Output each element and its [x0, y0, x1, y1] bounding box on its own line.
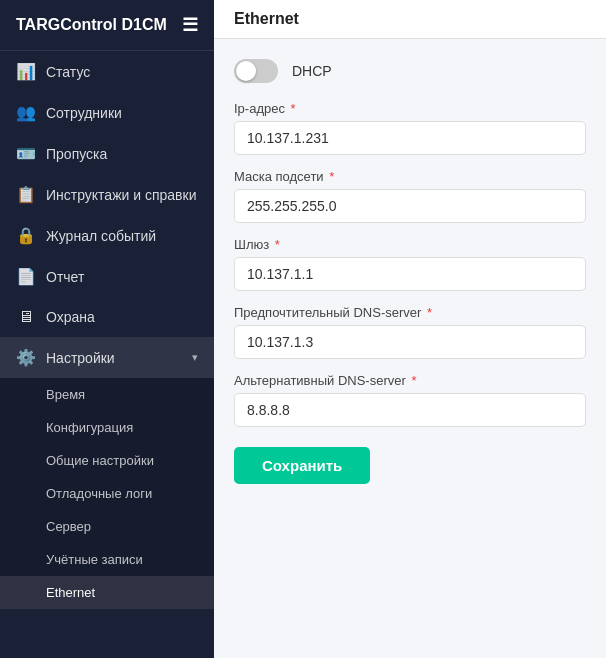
- sub-item-server[interactable]: Сервер: [0, 510, 214, 543]
- sidebar-item-status[interactable]: 📊 Статус: [0, 51, 214, 92]
- gateway-label: Шлюз *: [234, 237, 586, 252]
- save-button[interactable]: Сохранить: [234, 447, 370, 484]
- sidebar-label-instructions: Инструктажи и справки: [46, 187, 196, 203]
- sidebar-item-instructions[interactable]: 📋 Инструктажи и справки: [0, 174, 214, 215]
- events-icon: 🔒: [16, 226, 36, 245]
- mask-field-group: Маска подсети *: [234, 169, 586, 223]
- sub-item-config[interactable]: Конфигурация: [0, 411, 214, 444]
- sidebar: TARGControl D1CM ☰ 📊 Статус 👥 Сотрудники…: [0, 0, 214, 658]
- sidebar-item-security[interactable]: 🖥 Охрана: [0, 297, 214, 337]
- sidebar-label-report: Отчет: [46, 269, 84, 285]
- sidebar-item-report[interactable]: 📄 Отчет: [0, 256, 214, 297]
- dhcp-toggle[interactable]: [234, 59, 278, 83]
- sidebar-header: TARGControl D1CM ☰: [0, 0, 214, 51]
- sidebar-label-status: Статус: [46, 64, 90, 80]
- gateway-input[interactable]: [234, 257, 586, 291]
- employees-icon: 👥: [16, 103, 36, 122]
- passes-icon: 🪪: [16, 144, 36, 163]
- instructions-icon: 📋: [16, 185, 36, 204]
- ip-input[interactable]: [234, 121, 586, 155]
- sub-item-general[interactable]: Общие настройки: [0, 444, 214, 477]
- sidebar-item-passes[interactable]: 🪪 Пропуска: [0, 133, 214, 174]
- sub-item-debug[interactable]: Отладочные логи: [0, 477, 214, 510]
- dhcp-label: DHCP: [292, 63, 332, 79]
- gateway-field-group: Шлюз *: [234, 237, 586, 291]
- settings-icon: ⚙️: [16, 348, 36, 367]
- report-icon: 📄: [16, 267, 36, 286]
- ip-field-group: Ip-адрес *: [234, 101, 586, 155]
- chevron-down-icon: ▾: [192, 351, 198, 364]
- form-area: DHCP Ip-адрес * Маска подсети * Шлюз *: [214, 39, 606, 658]
- sidebar-nav: 📊 Статус 👥 Сотрудники 🪪 Пропуска 📋 Инстр…: [0, 51, 214, 658]
- sidebar-label-settings: Настройки: [46, 350, 115, 366]
- dhcp-row: DHCP: [234, 59, 586, 83]
- app-title: TARGControl D1CM: [16, 16, 167, 34]
- sidebar-label-events: Журнал событий: [46, 228, 156, 244]
- sub-item-accounts[interactable]: Учётные записи: [0, 543, 214, 576]
- dns1-input[interactable]: [234, 325, 586, 359]
- toggle-knob: [236, 61, 256, 81]
- sidebar-item-employees[interactable]: 👥 Сотрудники: [0, 92, 214, 133]
- mask-input[interactable]: [234, 189, 586, 223]
- dns2-field-group: Альтернативный DNS-server *: [234, 373, 586, 427]
- sidebar-label-passes: Пропуска: [46, 146, 107, 162]
- page-title: Ethernet: [214, 0, 606, 39]
- security-icon: 🖥: [16, 308, 36, 326]
- sidebar-item-settings[interactable]: ⚙️ Настройки ▾: [0, 337, 214, 378]
- settings-sub-menu: Время Конфигурация Общие настройки Отлад…: [0, 378, 214, 609]
- mask-label: Маска подсети *: [234, 169, 586, 184]
- ip-label: Ip-адрес *: [234, 101, 586, 116]
- dns2-label: Альтернативный DNS-server *: [234, 373, 586, 388]
- status-icon: 📊: [16, 62, 36, 81]
- sidebar-label-security: Охрана: [46, 309, 95, 325]
- dns1-label: Предпочтительный DNS-server *: [234, 305, 586, 320]
- sub-item-ethernet[interactable]: Ethernet: [0, 576, 214, 609]
- sidebar-label-employees: Сотрудники: [46, 105, 122, 121]
- dns1-field-group: Предпочтительный DNS-server *: [234, 305, 586, 359]
- sub-item-time[interactable]: Время: [0, 378, 214, 411]
- main-content-area: Ethernet DHCP Ip-адрес * Маска подсети *: [214, 0, 606, 658]
- sidebar-item-events[interactable]: 🔒 Журнал событий: [0, 215, 214, 256]
- dns2-input[interactable]: [234, 393, 586, 427]
- hamburger-icon[interactable]: ☰: [182, 14, 198, 36]
